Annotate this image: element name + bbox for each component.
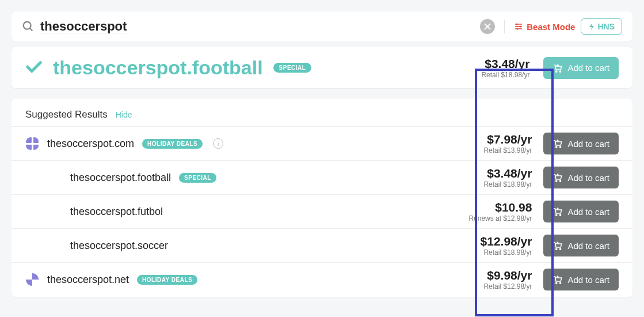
- svg-point-13: [556, 248, 557, 250]
- svg-point-0: [24, 22, 31, 29]
- search-input[interactable]: [40, 19, 474, 34]
- clear-search-button[interactable]: [480, 19, 495, 34]
- suggested-results: Suggested Results Hide thesoccerspot.com…: [12, 99, 632, 297]
- deal-badge: HOLIDAY DEALS: [137, 275, 197, 285]
- search-icon: [22, 20, 35, 33]
- featured-result: thesoccerspot.football SPECIAL $3.48/yr …: [12, 47, 632, 88]
- add-to-cart-label: Add to cart: [567, 275, 609, 285]
- svg-point-3: [520, 25, 521, 27]
- price-main: $3.48/yr: [481, 57, 529, 71]
- result-row: thesoccerspot.soccer$12.98/yrRetail $18.…: [12, 228, 632, 262]
- cart-icon: [552, 172, 563, 183]
- cart-icon: [552, 274, 563, 285]
- check-icon: [25, 58, 43, 78]
- svg-point-8: [560, 146, 561, 148]
- suggested-header: Suggested Results Hide: [12, 99, 632, 126]
- price-retail: Retail $18.98/yr: [481, 248, 532, 256]
- add-to-cart-button[interactable]: Add to cart: [543, 201, 619, 222]
- hns-button[interactable]: HNS: [581, 18, 622, 35]
- price-retail: Retail $12.98/yr: [483, 282, 532, 290]
- svg-point-9: [556, 180, 557, 182]
- result-domain[interactable]: thesoccerspot.com: [47, 138, 134, 150]
- result-row: thesoccerspot.footballSPECIAL$3.48/yrRet…: [12, 160, 632, 194]
- result-row: thesoccerspot.futbol$10.98Renews at $12.…: [12, 194, 632, 228]
- svg-point-16: [560, 282, 561, 284]
- add-to-cart-label: Add to cart: [567, 241, 609, 251]
- price-retail: Renews at $12.98/yr: [468, 214, 532, 222]
- svg-point-6: [560, 70, 561, 71]
- hide-button[interactable]: Hide: [116, 110, 132, 119]
- svg-point-14: [560, 248, 561, 250]
- svg-point-15: [556, 282, 557, 284]
- globe-icon: [25, 137, 39, 150]
- price-retail: Retail $13.98/yr: [483, 146, 532, 154]
- featured-price: $3.48/yr Retail $18.98/yr: [481, 57, 533, 79]
- beast-mode-button[interactable]: Beast Mode: [514, 22, 575, 32]
- sliders-icon: [514, 22, 523, 31]
- price-main: $10.98: [468, 201, 532, 214]
- add-to-cart-button[interactable]: Add to cart: [543, 133, 619, 154]
- add-to-cart-label: Add to cart: [567, 207, 609, 217]
- twirl-icon: [25, 273, 39, 286]
- hns-label: HNS: [597, 22, 615, 31]
- suggested-title: Suggested Results: [25, 109, 108, 120]
- cart-icon: [552, 206, 563, 217]
- add-to-cart-button[interactable]: Add to cart: [543, 235, 619, 256]
- close-icon: [484, 23, 491, 30]
- price-main: $9.98/yr: [483, 269, 532, 282]
- add-to-cart-label: Add to cart: [567, 63, 609, 73]
- cart-icon: [552, 240, 563, 251]
- price-main: $3.48/yr: [483, 167, 532, 180]
- add-to-cart-label: Add to cart: [567, 139, 609, 149]
- result-price: $9.98/yrRetail $12.98/yr: [483, 269, 535, 290]
- result-domain[interactable]: thesoccerspot.football: [70, 172, 171, 184]
- svg-point-12: [560, 214, 561, 216]
- result-price: $7.98/yrRetail $13.98/yr: [483, 133, 535, 154]
- result-price: $12.98/yrRetail $18.98/yr: [481, 235, 536, 256]
- deal-badge: HOLIDAY DEALS: [142, 139, 203, 149]
- page-wrap: Beast Mode HNS thesoccerspot.football SP…: [12, 12, 632, 297]
- price-main: $7.98/yr: [483, 133, 532, 146]
- svg-line-1: [30, 28, 33, 31]
- result-price: $10.98Renews at $12.98/yr: [468, 201, 535, 222]
- svg-point-2: [516, 23, 518, 25]
- result-domain[interactable]: thesoccerspot.soccer: [70, 240, 168, 252]
- cart-icon: [552, 63, 563, 73]
- bolt-icon: [588, 23, 595, 30]
- add-to-cart-button[interactable]: Add to cart: [543, 167, 619, 188]
- deal-badge: SPECIAL: [179, 173, 216, 183]
- price-retail: Retail $18.98/yr: [481, 71, 529, 79]
- price-main: $12.98/yr: [481, 235, 532, 248]
- divider: [504, 20, 505, 33]
- add-to-cart-label: Add to cart: [567, 173, 609, 183]
- search-bar: Beast Mode HNS: [12, 12, 632, 41]
- svg-point-7: [556, 146, 557, 148]
- svg-point-11: [556, 214, 557, 216]
- result-row: thesoccerspot.comHOLIDAY DEALSi$7.98/yrR…: [12, 126, 632, 160]
- result-domain[interactable]: thesoccerspot.futbol: [70, 206, 163, 218]
- add-to-cart-button[interactable]: Add to cart: [543, 57, 619, 79]
- info-icon[interactable]: i: [213, 138, 223, 149]
- svg-point-10: [560, 180, 561, 182]
- featured-domain[interactable]: thesoccerspot.football: [53, 56, 263, 79]
- cart-icon: [552, 138, 563, 149]
- result-domain[interactable]: thesoccerspot.net: [47, 274, 129, 286]
- result-row: thesoccerspot.netHOLIDAY DEALS$9.98/yrRe…: [12, 262, 632, 296]
- svg-point-4: [517, 28, 519, 29]
- result-price: $3.48/yrRetail $18.98/yr: [483, 167, 535, 188]
- svg-point-5: [556, 70, 557, 71]
- price-retail: Retail $18.98/yr: [483, 180, 532, 188]
- special-badge: SPECIAL: [273, 63, 312, 73]
- add-to-cart-button[interactable]: Add to cart: [543, 269, 619, 290]
- beast-mode-label: Beast Mode: [527, 22, 575, 32]
